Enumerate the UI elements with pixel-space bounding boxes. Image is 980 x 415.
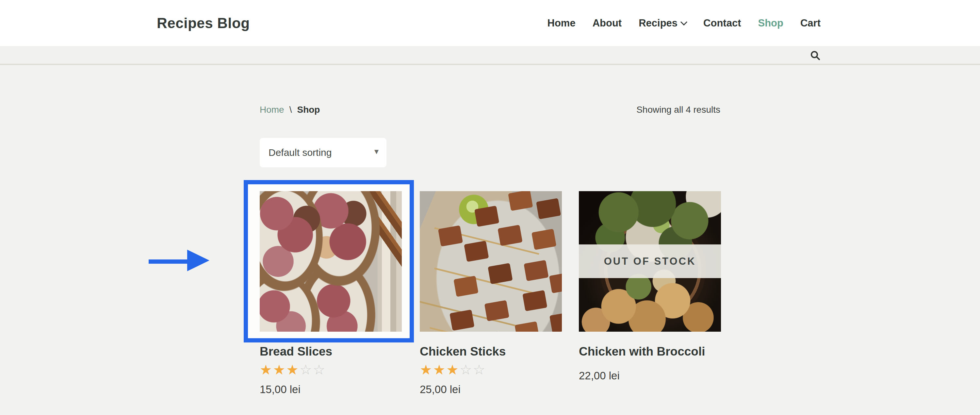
product-title[interactable]: Bread Slices [260, 345, 402, 358]
star-empty-icon: ☆ [460, 362, 473, 377]
product-price: 22,00 lei [579, 370, 721, 382]
star-filled-icon: ★ [260, 362, 273, 377]
breadcrumb-separator: \ [290, 105, 292, 115]
site-header: Recipes Blog Home About Recipes Contact … [0, 0, 980, 46]
nav-item-contact[interactable]: Contact [703, 17, 741, 29]
star-filled-icon: ★ [273, 362, 286, 377]
dropdown-arrow-icon: ▾ [374, 147, 379, 156]
product-image-bread-slices[interactable] [260, 191, 402, 332]
nav-item-recipes[interactable]: Recipes [639, 17, 686, 29]
product-image-chicken-broccoli[interactable]: OUT OF STOCK [579, 191, 721, 332]
product-title[interactable]: Chicken with Broccoli [579, 345, 721, 358]
nav-item-shop[interactable]: Shop [758, 17, 783, 29]
star-rating: ★★★☆☆ [260, 363, 402, 377]
star-filled-icon: ★ [446, 362, 460, 377]
search-toolbar [0, 46, 980, 65]
product-card-chicken-sticks: Chicken Sticks ★★★☆☆ 25,00 lei [420, 191, 562, 396]
nav-item-about[interactable]: About [593, 17, 622, 29]
main-nav: Home About Recipes Contact Shop Cart [547, 17, 821, 29]
results-count-text: Showing all 4 results [636, 105, 720, 115]
star-filled-icon: ★ [286, 362, 299, 377]
out-of-stock-badge: OUT OF STOCK [579, 245, 721, 278]
star-empty-icon: ☆ [473, 362, 487, 377]
star-filled-icon: ★ [433, 362, 447, 377]
breadcrumb: Home \ Shop [260, 105, 320, 115]
product-title[interactable]: Chicken Sticks [420, 345, 562, 358]
breadcrumb-home-link[interactable]: Home [260, 105, 284, 115]
sort-dropdown[interactable]: Default sorting ▾ [260, 138, 387, 167]
star-empty-icon: ☆ [313, 362, 326, 377]
nav-item-home[interactable]: Home [547, 17, 576, 29]
product-image-chicken-sticks[interactable] [420, 191, 562, 332]
star-empty-icon: ☆ [299, 362, 313, 377]
product-card-chicken-broccoli: OUT OF STOCK Chicken with Broccoli 22,00… [579, 191, 721, 382]
arrow-annotation-head-icon [187, 250, 209, 271]
arrow-annotation-shaft [149, 259, 188, 264]
product-price: 15,00 lei [260, 383, 402, 396]
breadcrumb-current: Shop [297, 105, 320, 115]
star-filled-icon: ★ [420, 362, 433, 377]
search-icon[interactable] [810, 50, 821, 62]
product-price: 25,00 lei [420, 383, 562, 396]
product-card-bread-slices: Bread Slices ★★★☆☆ 15,00 lei [260, 191, 402, 396]
nav-item-cart[interactable]: Cart [800, 17, 821, 29]
site-logo[interactable]: Recipes Blog [157, 15, 250, 31]
star-rating: ★★★☆☆ [420, 363, 562, 377]
sort-selected-value: Default sorting [269, 147, 332, 158]
chevron-down-icon [681, 19, 687, 25]
breadcrumb-row: Home \ Shop Showing all 4 results [260, 103, 720, 116]
